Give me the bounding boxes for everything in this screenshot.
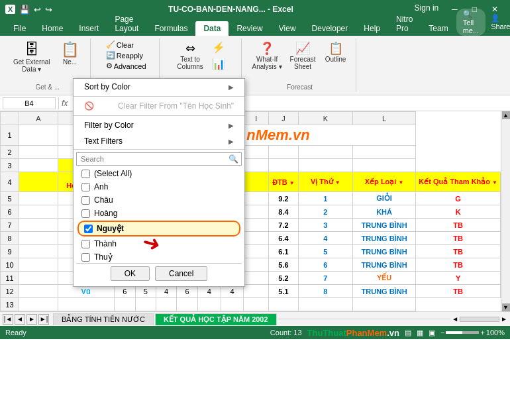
text-filters-item[interactable]: Text Filters ▶ bbox=[74, 133, 244, 149]
normal-view-icon[interactable]: ▤ bbox=[405, 329, 411, 337]
tab-nav-first[interactable]: |◄ bbox=[3, 314, 13, 325]
tab-data[interactable]: Data bbox=[195, 21, 229, 36]
get-external-data-button[interactable]: 🗄 Get ExternalData ▾ bbox=[11, 40, 53, 74]
tab-insert[interactable]: Insert bbox=[71, 21, 107, 36]
cell-h6[interactable] bbox=[244, 205, 269, 219]
filter-by-color-item[interactable]: Filter by Color ▶ bbox=[74, 117, 244, 133]
cell-g13[interactable] bbox=[198, 298, 221, 311]
cell-j3[interactable] bbox=[269, 159, 298, 172]
vertical-scrollbar[interactable]: ▲ ▼ bbox=[501, 111, 510, 311]
cell-a13[interactable] bbox=[19, 298, 58, 311]
zoom-slider[interactable]: − + 100% bbox=[440, 329, 505, 337]
cell-a6[interactable] bbox=[19, 205, 58, 219]
tab-nav-prev[interactable]: ◄ bbox=[15, 314, 25, 325]
tab-review[interactable]: Review bbox=[229, 21, 270, 36]
cell-h9[interactable] bbox=[244, 245, 269, 258]
thuy-checkbox[interactable] bbox=[81, 253, 90, 262]
page-layout-view-icon[interactable]: ▦ bbox=[417, 329, 423, 337]
cell-i2[interactable] bbox=[244, 146, 269, 159]
horizontal-scrollbar[interactable]: ◄ ► bbox=[452, 315, 507, 323]
tab-team[interactable]: Team bbox=[421, 21, 456, 36]
sheet-tab-bang-tinh[interactable]: BẢNG TÍNH TIỀN NƯỚC bbox=[53, 313, 154, 325]
cell-a3[interactable] bbox=[19, 159, 58, 172]
select-all-checkbox[interactable] bbox=[81, 170, 90, 178]
tell-me-box[interactable]: 🔍 Tell me... bbox=[456, 9, 485, 36]
cell-l13[interactable] bbox=[352, 298, 415, 311]
filter-search-input[interactable] bbox=[77, 153, 226, 165]
cell-h8[interactable] bbox=[244, 232, 269, 245]
tab-nav-next[interactable]: ► bbox=[26, 314, 37, 325]
nguyet-checkbox[interactable] bbox=[84, 225, 93, 233]
cell-i3[interactable] bbox=[244, 159, 269, 172]
filter-item-nguyet[interactable]: Nguyệt bbox=[77, 221, 240, 236]
tab-nitro-pro[interactable]: Nitro Pro bbox=[388, 12, 421, 36]
zoom-in-icon[interactable]: + bbox=[480, 329, 484, 337]
tab-developer[interactable]: Developer bbox=[304, 21, 356, 36]
what-if-analysis-button[interactable]: ❓ What-IfAnalysis ▾ bbox=[250, 40, 285, 72]
cell-i13[interactable] bbox=[244, 298, 269, 311]
cell-e13[interactable] bbox=[156, 298, 176, 311]
cell-d13[interactable] bbox=[135, 298, 156, 311]
anh-checkbox[interactable] bbox=[81, 183, 90, 191]
share-button[interactable]: 👤 Share bbox=[491, 14, 510, 30]
cell-h13[interactable] bbox=[221, 298, 244, 311]
cell-k2[interactable] bbox=[298, 146, 352, 159]
zoom-out-icon[interactable]: − bbox=[440, 329, 444, 337]
tab-help[interactable]: Help bbox=[356, 21, 388, 36]
forecast-sheet-button[interactable]: 📈 ForecastSheet bbox=[287, 40, 319, 72]
cell-b13[interactable] bbox=[58, 298, 114, 311]
cell-k13[interactable] bbox=[298, 298, 352, 311]
undo-icon[interactable]: ↩ bbox=[34, 5, 41, 15]
cell-a12[interactable] bbox=[19, 285, 58, 298]
cell-a10[interactable] bbox=[19, 258, 58, 272]
cell-a7[interactable] bbox=[19, 219, 58, 232]
remove-duplicates-button[interactable]: 📊 bbox=[209, 56, 229, 72]
cell-h7[interactable] bbox=[244, 219, 269, 232]
cell-a8[interactable] bbox=[19, 232, 58, 245]
cell-h11[interactable] bbox=[244, 272, 269, 285]
cell-l3[interactable] bbox=[352, 159, 415, 172]
scroll-up-button[interactable]: ▲ bbox=[502, 111, 510, 119]
name-box[interactable] bbox=[3, 97, 56, 109]
tab-nav-last[interactable]: ►| bbox=[38, 314, 49, 325]
cell-a9[interactable] bbox=[19, 245, 58, 258]
tab-home[interactable]: Home bbox=[34, 21, 71, 36]
sort-by-color-item[interactable]: Sort by Color ▶ bbox=[74, 79, 244, 95]
redo-icon[interactable]: ↪ bbox=[45, 5, 52, 15]
filter-item-anh[interactable]: Anh bbox=[76, 180, 242, 193]
cell-j13[interactable] bbox=[269, 298, 298, 311]
cell-h5[interactable] bbox=[244, 192, 269, 205]
cell-h12[interactable] bbox=[244, 285, 269, 298]
filter-cancel-button[interactable]: Cancel bbox=[155, 266, 207, 281]
cell-j2[interactable] bbox=[269, 146, 298, 159]
sheet-tab-ket-qua[interactable]: KẾT QUẢ HỌC TẬP NĂM 2002 bbox=[155, 313, 277, 325]
reapply-button[interactable]: 🔄 Reapply bbox=[104, 50, 145, 60]
new-query-button[interactable]: 📋 Ne... bbox=[56, 40, 85, 67]
tab-page-layout[interactable]: Page Layout bbox=[107, 12, 146, 36]
cell-l2[interactable] bbox=[352, 146, 415, 159]
scroll-left-btn[interactable]: ◄ bbox=[452, 315, 458, 323]
tab-file[interactable]: File bbox=[5, 21, 34, 36]
tab-view[interactable]: View bbox=[271, 21, 304, 36]
scroll-right-btn[interactable]: ► bbox=[501, 315, 507, 323]
clear-button[interactable]: 🧹 Clear bbox=[104, 40, 136, 50]
cell-a1[interactable] bbox=[19, 125, 58, 146]
cell-h4[interactable] bbox=[244, 172, 269, 192]
quick-save-icon[interactable]: 💾 bbox=[19, 5, 30, 15]
filter-item-thuy[interactable]: Thuỷ bbox=[76, 250, 242, 263]
cell-a4[interactable] bbox=[19, 172, 58, 192]
advanced-button[interactable]: ⚙ Advanced bbox=[104, 61, 148, 71]
outline-button[interactable]: 📋 Outline bbox=[321, 40, 350, 64]
chau-checkbox[interactable] bbox=[81, 196, 90, 205]
filter-item-hoang[interactable]: Hoàng bbox=[76, 207, 242, 220]
cell-a5[interactable] bbox=[19, 192, 58, 205]
filter-select-all[interactable]: (Select All) bbox=[76, 167, 242, 180]
filter-ok-button[interactable]: OK bbox=[111, 266, 150, 281]
cell-a11[interactable] bbox=[19, 272, 58, 285]
scroll-down-button[interactable]: ▼ bbox=[502, 303, 510, 311]
cell-f13[interactable] bbox=[177, 298, 198, 311]
hoang-checkbox[interactable] bbox=[81, 209, 90, 218]
h-scroll-track[interactable] bbox=[460, 317, 499, 322]
thanh-checkbox[interactable] bbox=[81, 240, 90, 248]
text-to-columns-button[interactable]: ⇔ Text toColumns bbox=[174, 40, 205, 72]
